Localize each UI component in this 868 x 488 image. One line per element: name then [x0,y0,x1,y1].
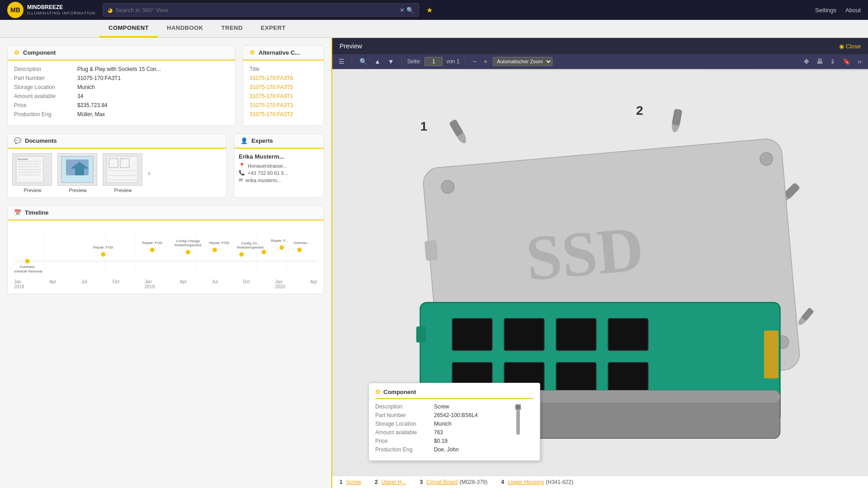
alt-val-5[interactable]: 31075-170:FA3T2 [250,111,293,117]
axis-jul: Jul [81,279,87,289]
tab-expert[interactable]: EXPERT [252,19,295,38]
zoom-minus-button[interactable]: − [471,57,478,66]
right-panel: Preview ◉ Close ☰ 🔍 ▲ ▼ Seite: von 1 − +… [332,38,868,488]
bookmark-pdf-button[interactable]: 🔖 [841,57,852,66]
topbar-right: Settings About [815,7,861,14]
axis-oct: Oct [113,279,120,289]
doc-thumb-1[interactable]: Document Preview [12,153,53,193]
part-link-1[interactable]: Screw [346,479,361,485]
search-submit-button[interactable]: 🔍 [406,7,414,14]
alt-val-2[interactable]: 31075-170:FA3T5 [250,84,293,90]
page-total: von 1 [446,58,459,65]
axis-oct2: Oct [243,279,250,289]
alt-val-3[interactable]: 31075-170:FA3T1 [250,93,293,99]
print-button[interactable]: 🖶 [815,57,825,66]
doc-previews: Document Preview Pr [8,149,226,197]
svg-text:Tested/Inspected:: Tested/Inspected: [236,245,264,249]
doc-next-button[interactable]: › [148,169,151,178]
tooltip-component-icon: ⚙ [375,389,381,395]
page-input[interactable] [425,57,443,66]
tab-component[interactable]: COMPONENT [99,19,158,38]
tooltip-header: ⚙ Component [375,389,533,399]
preview-header: Preview ◉ Close [332,38,868,54]
part-link-3[interactable]: Circuit Board [426,479,458,485]
doc-label-1: Preview [12,188,53,193]
search-bar[interactable]: ◕ ✕ 🔍 [103,3,419,17]
search-magnifier-icon: ◕ [108,7,113,14]
tab-handbook[interactable]: HANDBOOK [158,19,212,38]
t-prodeng-val: Doe, John [434,446,459,453]
svg-text:2: 2 [636,103,643,117]
tab-trend[interactable]: TREND [212,19,252,38]
about-link[interactable]: About [845,7,861,14]
svg-rect-68 [504,319,544,351]
t-storageloc-val: Munich [434,421,452,427]
zoom-select[interactable]: Automatischer Zoom [493,57,552,66]
experts-card-header: 👤 Experts [234,134,324,149]
t-desc-val: Screw [434,404,449,410]
prev-page-button[interactable]: ▲ [373,57,382,66]
doc-img-2 [57,153,97,186]
doc-thumb-3[interactable]: Preview [103,153,143,193]
search-clear-button[interactable]: ✕ [400,7,405,14]
timeline-chart: Overhaul: Schedule Removal Repair: FOD R… [14,225,317,279]
partnum-label: Part Number [14,75,77,81]
svg-text:Overhau...: Overhau... [293,241,310,245]
documents-card-title: Documents [25,137,57,144]
svg-rect-69 [556,319,596,351]
documents-icon: 💬 [14,137,21,144]
part-num-2: 2 [375,479,378,485]
svg-text:Repair: F...: Repair: F... [271,239,288,243]
more-options-button[interactable]: ›› [856,57,863,66]
zoom-plus-button[interactable]: + [482,57,489,66]
bookmark-button[interactable]: ★ [426,6,433,14]
doc-thumb-2[interactable]: Preview [57,153,98,193]
download-button[interactable]: ⇓ [828,57,837,66]
svg-point-32 [239,252,244,257]
fullscreen-button[interactable]: ✥ [802,57,811,66]
preview-title: Preview [340,42,362,50]
expert-address: 📍 Honauerstrasse... [239,163,319,169]
part-link-4[interactable]: Lower Housing [508,479,544,485]
component-card: ⚙ Component DescriptionPlug & Play with … [7,45,236,126]
axis-apr: Apr [49,279,57,289]
storageloc-label: Storage Location [14,84,77,90]
close-button[interactable]: ◉ Close [839,43,861,50]
alt-component-card: ⚙ Alternative C... Title 31075-170:FA3T6… [243,45,324,126]
settings-link[interactable]: Settings [815,7,836,14]
svg-text:Document: Document [18,158,28,160]
expert-email[interactable]: ✉ erika.musterm... [239,177,319,183]
svg-text:Schedule Removal: Schedule Removal [14,269,42,273]
svg-rect-74 [608,362,648,394]
storageloc-value: Munich [77,84,95,90]
timeline-card-title: Timeline [25,209,49,216]
svg-text:1: 1 [420,119,428,133]
svg-point-35 [297,248,302,252]
zoom-out-button[interactable]: 🔍 [358,57,369,66]
part-link-2[interactable]: Upper H... [382,479,406,485]
axis-jan-2019: Jan2019 [145,279,155,289]
page-label: Seite: [407,58,421,65]
component-card-header: ⚙ Component [8,46,235,61]
svg-point-30 [186,250,190,254]
t-amount-val: 763 [434,429,443,436]
timeline-icon: 📅 [14,209,21,216]
next-page-button[interactable]: ▼ [386,57,396,66]
svg-point-28 [101,252,105,257]
alt-val-4[interactable]: 31075-170:FA3T3 [250,102,293,108]
svg-rect-11 [107,156,137,183]
prodeng-label: Production Eng. [14,111,77,117]
part-detail-3: (M028-379) [459,479,487,485]
svg-rect-64 [425,240,438,261]
search-input[interactable] [115,7,400,14]
axis-apr2: Apr [180,279,187,289]
svg-text:Repair: FOD: Repair: FOD [93,245,113,249]
svg-point-34 [279,245,284,250]
sidebar-toggle-button[interactable]: ☰ [337,57,346,66]
svg-text:Repair: FOD: Repair: FOD [209,241,230,245]
close-circle-icon: ◉ [839,43,844,50]
close-label[interactable]: Close [846,43,861,50]
alt-val-1[interactable]: 31075-170:FA3T6 [250,75,293,81]
svg-rect-70 [608,319,648,351]
t-amount-label: Amount available [375,429,434,436]
